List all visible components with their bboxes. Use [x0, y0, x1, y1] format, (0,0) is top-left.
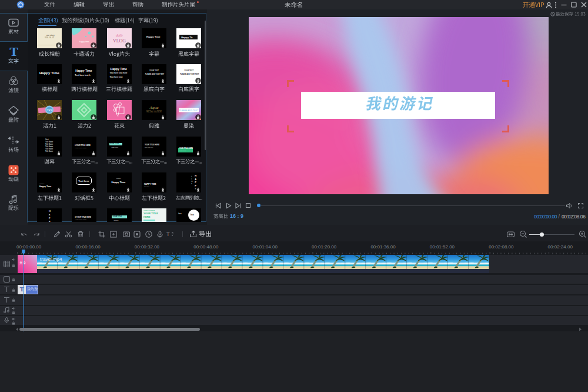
- svg-text:Aqua: Aqua: [149, 105, 159, 110]
- svg-text:daily: daily: [116, 34, 123, 37]
- svg-text:VLOG: VLOG: [112, 38, 125, 44]
- svg-text:T: T: [166, 231, 170, 237]
- svg-text:WE ARE THE BEST: WE ARE THE BEST: [146, 111, 162, 113]
- svg-text:happy time: happy time: [79, 41, 89, 43]
- svg-text:PLEASE ADD TEXT: PLEASE ADD TEXT: [179, 109, 199, 112]
- svg-text:YES: YES: [46, 109, 52, 112]
